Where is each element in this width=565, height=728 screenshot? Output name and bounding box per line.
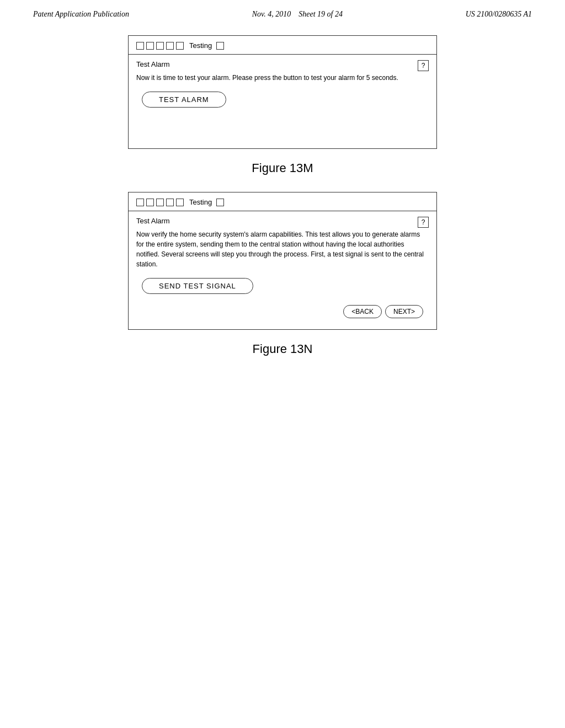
figure-13m-panel: Testing Test Alarm	[128, 35, 437, 149]
section-title-13m: Test Alarm	[136, 60, 170, 68]
checkbox-3-13n	[156, 199, 164, 206]
panel-13n-body: Test Alarm ? Now verify the home securit…	[129, 211, 436, 329]
back-button-13n[interactable]: <BACK	[343, 305, 382, 318]
test-alarm-button[interactable]: TEST ALARM	[142, 92, 226, 108]
nav-buttons-13n: <BACK NEXT>	[136, 299, 429, 322]
checkbox-4-13m	[166, 42, 174, 50]
checkbox-5-13m	[176, 42, 184, 50]
checkbox-2-13m	[146, 42, 154, 50]
help-button-13n[interactable]: ?	[418, 217, 429, 228]
checkbox-1-13n	[136, 199, 144, 206]
description-13n: Now verify the home security system's al…	[136, 229, 429, 269]
header-sheet: Sheet 19 of 24	[299, 10, 343, 18]
testing-label-13m: Testing	[189, 41, 212, 50]
testing-checkbox-13m	[216, 42, 224, 50]
header-left: Patent Application Publication	[33, 10, 129, 19]
panel-13n-header: Testing	[129, 192, 436, 211]
figure-13n-panel: Testing Test Alarm ?	[128, 192, 437, 330]
send-test-signal-button[interactable]: SEND TEST SIGNAL	[142, 278, 253, 294]
section-title-13n: Test Alarm	[136, 217, 170, 225]
spacer-13m	[136, 113, 429, 141]
main-content: Testing Test Alarm	[0, 24, 565, 384]
next-button-13n[interactable]: NEXT>	[385, 305, 423, 318]
checkbox-4-13n	[166, 199, 174, 206]
header-center: Nov. 4, 2010 Sheet 19 of 24	[252, 10, 343, 19]
panel-13m-body: Test Alarm ? Now it is time to test your…	[129, 55, 436, 148]
checkbox-row-13m: Testing	[136, 41, 224, 50]
header-date: Nov. 4, 2010	[252, 10, 291, 18]
patent-header: Patent Application Publication Nov. 4, 2…	[0, 0, 565, 24]
testing-checkbox-13n	[216, 199, 224, 206]
checkbox-5-13n	[176, 199, 184, 206]
checkbox-row-13n: Testing	[136, 198, 224, 206]
help-button-13m[interactable]: ?	[418, 60, 429, 71]
header-right: US 2100/0280635 A1	[466, 10, 532, 19]
testing-label-13n: Testing	[189, 198, 212, 206]
button-container-13n: SEND TEST SIGNAL	[136, 278, 429, 299]
checkbox-2-13n	[146, 199, 154, 206]
checkbox-1-13m	[136, 42, 144, 50]
checkbox-3-13m	[156, 42, 164, 50]
panel-13m-header: Testing	[129, 36, 436, 55]
title-help-row-13m: Test Alarm ?	[136, 60, 429, 73]
description-13m: Now it is time to test your alarm. Pleas…	[136, 73, 429, 83]
figure-13m-caption: Figure 13M	[252, 161, 313, 175]
title-help-row-13n: Test Alarm ?	[136, 217, 429, 229]
button-container-13m: TEST ALARM	[136, 92, 429, 113]
figure-13n-caption: Figure 13N	[253, 342, 313, 356]
